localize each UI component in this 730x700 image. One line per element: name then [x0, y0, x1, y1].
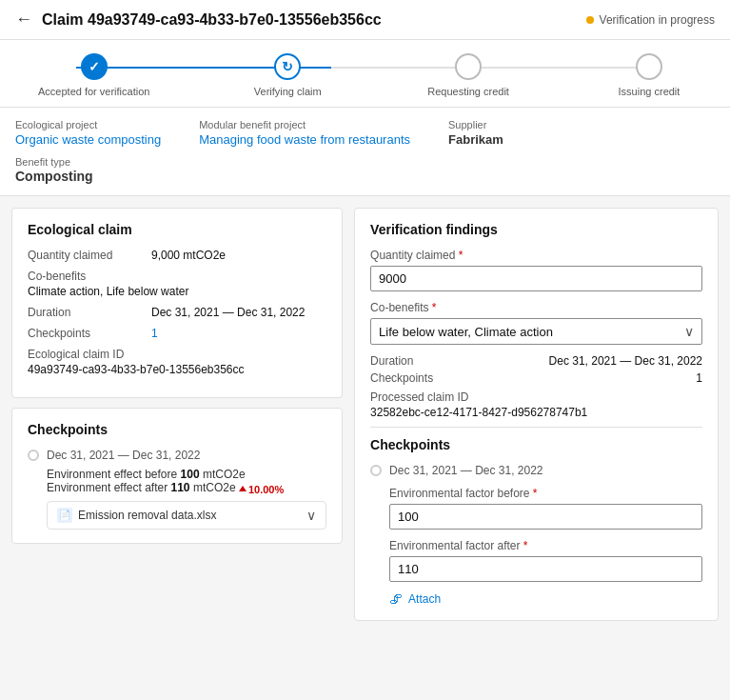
- supplier-label: Supplier: [448, 119, 503, 130]
- vf-duration-value: Dec 31, 2021 — Dec 31, 2022: [549, 354, 702, 368]
- right-checkpoint-date-text: Dec 31, 2021 — Dec 31, 2022: [389, 464, 543, 477]
- checkpoints-row: Checkpoints 1: [28, 327, 326, 340]
- step-verifying: ↻ Verifying claim: [245, 53, 330, 97]
- step-verifying-circle: ↻: [274, 53, 301, 80]
- modular-project-label: Modular benefit project: [199, 119, 410, 130]
- step-requesting: Requesting credit: [425, 53, 511, 97]
- factor-before-input[interactable]: [389, 504, 702, 530]
- vf-checkpoints-label: Checkpoints: [370, 371, 433, 385]
- file-attachment[interactable]: 📄 Emission removal data.xlsx ∨: [47, 501, 326, 530]
- checkpoint-date-row: Dec 31, 2021 — Dec 31, 2022: [28, 449, 326, 462]
- step-accepted-label: Accepted for verification: [38, 86, 149, 97]
- step-issuing: Issuing credit: [606, 53, 692, 97]
- vf-processed-id-value: 32582ebc-ce12-4171-8427-d956278747b1: [370, 406, 702, 419]
- dropdown-arrow-icon: ∨: [684, 324, 694, 339]
- checkpoints-label: Checkpoints: [28, 327, 151, 340]
- left-checkpoints-card: Checkpoints Dec 31, 2021 — Dec 31, 2022 …: [11, 408, 343, 544]
- vf-cobenefits-value: Life below water, Climate action: [379, 325, 684, 339]
- effect-before-label: Environment effect before: [47, 468, 177, 481]
- effect-after-label: Environment effect after: [47, 481, 168, 494]
- vf-quantity-field: Quantity claimed *: [370, 249, 702, 291]
- quantity-row: Quantity claimed 9,000 mtCO2e: [28, 249, 326, 262]
- ecological-claim-title: Ecological claim: [28, 222, 326, 237]
- percent-value: 10.00%: [248, 484, 284, 495]
- factor-after-input[interactable]: [389, 556, 702, 582]
- right-checkpoint-circle-icon: [370, 465, 382, 476]
- status-badge: Verification in progress: [586, 13, 715, 27]
- factor-before-required: *: [533, 487, 538, 500]
- quantity-value: 9,000 mtCO2e: [151, 249, 226, 262]
- left-panel: Ecological claim Quantity claimed 9,000 …: [11, 208, 343, 621]
- step-requesting-label: Requesting credit: [427, 86, 509, 97]
- file-name: Emission removal data.xlsx: [78, 509, 216, 522]
- ecological-project-label: Ecological project: [15, 119, 161, 130]
- duration-label: Duration: [28, 306, 151, 319]
- effect-before-line: Environment effect before 100 mtCO2e: [47, 468, 326, 481]
- verification-findings-title: Verification findings: [370, 222, 702, 237]
- cobenefits-block: Co-benefits Climate action, Life below w…: [28, 270, 326, 298]
- project-info-section: Ecological project Organic waste compost…: [0, 108, 730, 196]
- checkpoint-item: Dec 31, 2021 — Dec 31, 2022 Environment …: [28, 449, 326, 530]
- factor-after-label: Environmental factor after *: [389, 539, 702, 552]
- step-requesting-circle: [455, 53, 482, 80]
- benefit-type-label: Benefit type: [15, 156, 70, 168]
- status-dot-icon: [586, 16, 594, 24]
- ecological-claim-card: Ecological claim Quantity claimed 9,000 …: [11, 208, 343, 398]
- factor-before-field: Environmental factor before *: [389, 487, 702, 530]
- benefit-type-value: Composting: [15, 169, 93, 184]
- supplier-field: Supplier Fabrikam: [448, 119, 503, 147]
- claim-id-label: Ecological claim ID: [28, 348, 326, 361]
- vf-quantity-label: Quantity claimed *: [370, 249, 702, 262]
- right-checkpoint-date-row: Dec 31, 2021 — Dec 31, 2022: [370, 464, 702, 477]
- percent-badge: 10.00%: [239, 484, 284, 495]
- effect-before-unit: mtCO2e: [203, 468, 246, 481]
- vf-checkpoints-value: 1: [696, 371, 702, 385]
- attach-section: 🖇 Attach: [389, 591, 702, 607]
- checkpoint-effects: Environment effect before 100 mtCO2e Env…: [47, 468, 326, 495]
- project-row-main: Ecological project Organic waste compost…: [15, 119, 715, 147]
- cobenefits-value: Climate action, Life below water: [28, 285, 326, 298]
- claim-id-value: 49a93749-ca93-4b33-b7e0-13556eb356cc: [28, 363, 326, 376]
- factor-before-label: Environmental factor before *: [389, 487, 702, 500]
- step-verifying-label: Verifying claim: [254, 86, 322, 97]
- step-accepted: ✓ Accepted for verification: [38, 53, 149, 97]
- checkpoints-value[interactable]: 1: [151, 327, 158, 340]
- vf-cobenefits-label: Co-benefits *: [370, 301, 702, 314]
- vf-cobenefits-dropdown[interactable]: Life below water, Climate action ∨: [370, 318, 702, 345]
- factor-after-required: *: [523, 539, 528, 552]
- effect-after-value: 110: [168, 481, 193, 494]
- step-issuing-circle: [636, 53, 662, 80]
- attach-button[interactable]: 🖇 Attach: [389, 591, 441, 607]
- vf-quantity-input[interactable]: [370, 266, 702, 291]
- attach-label: Attach: [408, 592, 441, 606]
- chevron-down-icon: ∨: [306, 508, 316, 523]
- vf-processed-id-label: Processed claim ID: [370, 390, 702, 404]
- paperclip-icon: 🖇: [389, 591, 403, 607]
- status-text: Verification in progress: [600, 13, 715, 27]
- ecological-project-value[interactable]: Organic waste composting: [15, 132, 161, 147]
- effect-after-line: Environment effect after 110 mtCO2e 10.0…: [47, 481, 326, 495]
- effect-after-unit: mtCO2e: [193, 481, 236, 494]
- factor-after-field: Environmental factor after *: [389, 539, 702, 582]
- verification-findings-card: Verification findings Quantity claimed *…: [354, 208, 719, 621]
- right-checkpoints-section: Checkpoints Dec 31, 2021 — Dec 31, 2022 …: [370, 427, 702, 607]
- quantity-label: Quantity claimed: [28, 249, 151, 262]
- vf-processed-id-block: Processed claim ID 32582ebc-ce12-4171-84…: [370, 390, 702, 419]
- progress-stepper: ✓ Accepted for verification ↻ Verifying …: [0, 40, 730, 108]
- right-checkpoints-title: Checkpoints: [370, 437, 702, 452]
- modular-project-value[interactable]: Managing food waste from restaurants: [199, 132, 410, 147]
- vf-quantity-required: *: [459, 249, 464, 262]
- vf-cobenefits-field: Co-benefits * Life below water, Climate …: [370, 301, 702, 345]
- arrow-up-icon: [239, 486, 247, 491]
- page-header: ← Claim 49a93749-ca93-4b33-b7e0-13556eb3…: [0, 0, 730, 40]
- effect-before-value: 100: [177, 468, 203, 481]
- check-icon: ✓: [89, 59, 100, 74]
- cobenefits-label: Co-benefits: [28, 270, 326, 283]
- file-icon: 📄: [57, 508, 72, 523]
- supplier-value: Fabrikam: [448, 132, 503, 147]
- back-button[interactable]: ←: [15, 10, 32, 30]
- vf-duration-row: Duration Dec 31, 2021 — Dec 31, 2022: [370, 354, 702, 368]
- vf-duration-label: Duration: [370, 354, 413, 368]
- left-checkpoints-title: Checkpoints: [28, 422, 326, 437]
- vf-checkpoints-row: Checkpoints 1: [370, 371, 702, 385]
